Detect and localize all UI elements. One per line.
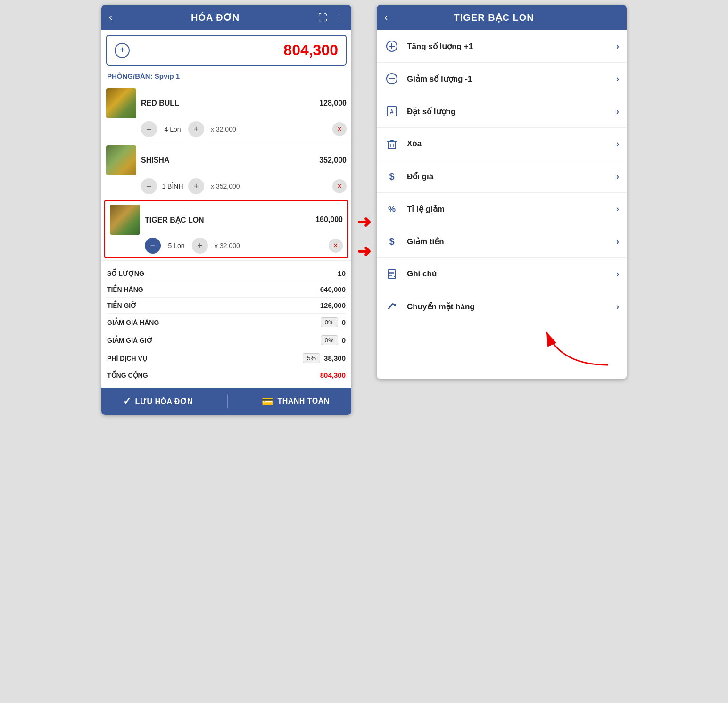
summary-row-discount-time: GIẢM GIÁ GIỜ 0% 0 xyxy=(107,331,346,349)
item-controls-tiger: − 5 Lon + x 32,000 × xyxy=(145,238,343,254)
left-screen: ‹ HÓA ĐƠN ⛶ ⋮ + 804,300 PHÒNG/BÀN: Spvip… xyxy=(101,5,351,415)
chevron-transfer: › xyxy=(616,302,619,312)
summary-label-service: PHÍ DỊCH VỤ xyxy=(107,355,147,362)
badge-discount-goods: 0% xyxy=(321,317,338,327)
menu-label-decrease: Giảm số lượng -1 xyxy=(407,74,609,84)
left-header-icons: ⛶ ⋮ xyxy=(318,12,344,23)
chevron-decrease: › xyxy=(616,74,619,84)
summary-label-time: TIỀN GIỜ xyxy=(107,302,137,309)
left-back-button[interactable]: ‹ xyxy=(109,11,112,24)
screens-container: ‹ HÓA ĐƠN ⛶ ⋮ + 804,300 PHÒNG/BÀN: Spvip… xyxy=(101,5,627,415)
menu-label-increase: Tăng số lượng +1 xyxy=(407,41,609,51)
transfer-icon xyxy=(384,299,399,314)
note-icon xyxy=(384,266,399,281)
menu-item-delete[interactable]: Xóa › xyxy=(377,128,627,160)
arrow-right-1: ➜ xyxy=(357,212,371,232)
item-top-tiger: TIGER BẠC LON 160,000 xyxy=(110,205,343,235)
summary-label-discount-time: GIẢM GIÁ GIỜ xyxy=(107,337,153,344)
right-header: ‹ TIGER BẠC LON xyxy=(377,5,627,30)
chevron-increase: › xyxy=(616,41,619,51)
increase-redbull[interactable]: + xyxy=(188,121,204,137)
svg-rect-7 xyxy=(388,142,396,149)
add-item-button[interactable]: + xyxy=(115,43,130,58)
qty-tiger: 5 Lon xyxy=(165,242,188,249)
decrease-shisha[interactable]: − xyxy=(141,178,157,194)
change-price-icon: $ xyxy=(384,169,399,184)
item-row-redbull: RED BULL 128,000 − 4 Lon + x 32,000 × xyxy=(101,84,351,141)
total-bar: + 804,300 xyxy=(106,35,347,66)
summary-value-time: 126,000 xyxy=(320,301,346,309)
right-back-button[interactable]: ‹ xyxy=(384,11,388,24)
chevron-discount-rate: › xyxy=(616,204,619,214)
discount-rate-icon: % xyxy=(384,201,399,216)
menu-item-transfer[interactable]: Chuyển mặt hàng › xyxy=(377,290,627,323)
summary-value-total: 804,300 xyxy=(320,371,346,379)
delete-redbull[interactable]: × xyxy=(332,122,347,136)
menu-list: Tăng số lượng +1 › Giảm số lượng -1 › xyxy=(377,30,627,323)
pay-button[interactable]: 💳 THANH TOÁN xyxy=(262,396,330,407)
item-top-redbull: RED BULL 128,000 xyxy=(106,88,347,118)
menu-item-increase[interactable]: Tăng số lượng +1 › xyxy=(377,30,627,63)
increase-icon xyxy=(384,39,399,54)
menu-label-set-qty: Đặt số lượng xyxy=(407,107,609,116)
chevron-note: › xyxy=(616,269,619,279)
more-icon[interactable]: ⋮ xyxy=(334,12,344,23)
save-icon: ✓ xyxy=(123,396,132,407)
item-name-redbull: RED BULL xyxy=(141,99,314,108)
item-image-tiger xyxy=(110,205,140,235)
chevron-set-qty: › xyxy=(616,107,619,116)
svg-text:#: # xyxy=(390,108,394,115)
svg-text:$: $ xyxy=(389,171,394,182)
delete-shisha[interactable]: × xyxy=(332,179,347,193)
decrease-redbull[interactable]: − xyxy=(141,121,157,137)
menu-item-discount-rate[interactable]: % Tỉ lệ giảm › xyxy=(377,193,627,225)
arrow-right-2: ➜ xyxy=(357,241,371,261)
arrows-container: ➜ ➜ xyxy=(357,5,371,261)
menu-item-change-price[interactable]: $ Đổi giá › xyxy=(377,160,627,193)
left-header: ‹ HÓA ĐƠN ⛶ ⋮ xyxy=(101,5,351,30)
delete-icon xyxy=(384,136,399,151)
summary-label-discount-goods: GIẢM GIÁ HÀNG xyxy=(107,319,159,326)
menu-item-decrease[interactable]: Giảm số lượng -1 › xyxy=(377,63,627,95)
left-footer: ✓ LƯU HÓA ĐƠN 💳 THANH TOÁN xyxy=(101,388,351,415)
summary-row-service: PHÍ DỊCH VỤ 5% 38,300 xyxy=(107,349,346,367)
set-qty-icon: # xyxy=(384,104,399,119)
items-list: RED BULL 128,000 − 4 Lon + x 32,000 × xyxy=(101,84,351,260)
item-name-shisha: SHISHA xyxy=(141,156,314,165)
summary-row-time: TIỀN GIỜ 126,000 xyxy=(107,298,346,314)
summary-mid-service: 5% 38,300 xyxy=(303,353,346,363)
left-header-title: HÓA ĐƠN xyxy=(191,12,240,23)
unit-price-tiger: x 32,000 xyxy=(215,242,240,249)
right-screen: ‹ TIGER BẠC LON Tăng số lượng +1 › xyxy=(377,5,627,379)
delete-tiger[interactable]: × xyxy=(329,239,343,253)
summary-value-discount-time: 0 xyxy=(342,336,346,344)
summary-mid-discount-goods: 0% 0 xyxy=(321,317,346,327)
summary-row-goods: TIỀN HÀNG 640,000 xyxy=(107,281,346,298)
summary-row-qty: SỐ LƯỢNG 10 xyxy=(107,265,346,281)
save-invoice-button[interactable]: ✓ LƯU HÓA ĐƠN xyxy=(123,396,193,407)
svg-text:%: % xyxy=(388,205,396,214)
decrease-icon xyxy=(384,71,399,86)
menu-item-note[interactable]: Ghi chú › xyxy=(377,258,627,290)
menu-item-discount-money[interactable]: $ Giảm tiền › xyxy=(377,225,627,258)
menu-item-set-qty[interactable]: # Đặt số lượng › xyxy=(377,95,627,128)
summary-value-goods: 640,000 xyxy=(320,285,346,293)
chevron-delete: › xyxy=(616,139,619,149)
summary-value-service: 38,300 xyxy=(324,354,346,362)
expand-icon[interactable]: ⛶ xyxy=(318,12,328,23)
summary-row-discount-goods: GIẢM GIÁ HÀNG 0% 0 xyxy=(107,314,346,331)
decrease-tiger[interactable]: − xyxy=(145,238,161,254)
plus-icon: + xyxy=(119,45,125,56)
summary-mid-discount-time: 0% 0 xyxy=(321,335,346,345)
right-header-title: TIGER BẠC LON xyxy=(454,12,534,23)
menu-label-discount-rate: Tỉ lệ giảm xyxy=(407,204,609,214)
item-name-tiger: TIGER BẠC LON xyxy=(145,215,311,224)
increase-shisha[interactable]: + xyxy=(188,178,204,194)
increase-tiger[interactable]: + xyxy=(192,238,208,254)
footer-divider xyxy=(227,394,228,408)
menu-label-note: Ghi chú xyxy=(407,269,609,279)
summary-label-total: TỔNG CỘNG xyxy=(107,372,148,379)
annotation-arrow xyxy=(532,323,617,370)
summary-label-goods: TIỀN HÀNG xyxy=(107,286,143,293)
total-amount: 804,300 xyxy=(283,41,338,59)
